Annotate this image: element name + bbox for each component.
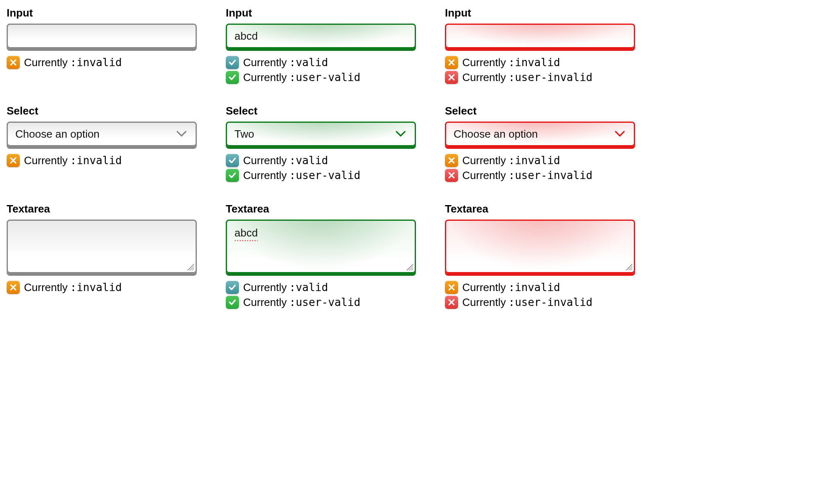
status-text: Currently :invalid	[24, 154, 122, 167]
x-icon	[445, 154, 458, 167]
check-icon	[226, 296, 239, 309]
status-text: Currently :invalid	[462, 281, 560, 294]
label-input: Input	[7, 7, 197, 19]
status-text: Currently :user-invalid	[462, 169, 593, 182]
select-field-valid[interactable]: Two	[226, 122, 416, 146]
cell-input-invalid: Input Currently :invalid Currently :user…	[445, 7, 635, 84]
status-invalid: Currently :invalid	[7, 56, 197, 69]
check-icon	[226, 281, 239, 294]
textarea-field-invalid[interactable]	[445, 220, 635, 273]
status-list: Currently :invalid	[7, 281, 197, 294]
status-list: Currently :valid Currently :user-valid	[226, 56, 416, 84]
x-icon	[445, 281, 458, 294]
validation-states-grid: Input Currently :invalid Input abcd	[7, 7, 635, 309]
x-icon	[445, 169, 458, 182]
label-textarea: Textarea	[445, 203, 635, 215]
label-textarea: Textarea	[226, 203, 416, 215]
resize-handle-icon[interactable]	[406, 264, 413, 270]
status-text: Currently :invalid	[24, 56, 122, 69]
cell-input-neutral: Input Currently :invalid	[7, 7, 197, 84]
status-text: Currently :user-valid	[243, 296, 361, 309]
input-field-valid[interactable]: abcd	[226, 24, 416, 48]
resize-handle-icon[interactable]	[626, 264, 632, 270]
cell-input-valid: Input abcd Currently :valid Currently :u…	[226, 7, 416, 84]
label-select: Select	[445, 105, 635, 117]
status-text: Currently :invalid	[462, 154, 560, 167]
status-list: Currently :valid Currently :user-valid	[226, 281, 416, 309]
textarea-field-valid[interactable]: abcd	[226, 220, 416, 273]
status-text: Currently :valid	[243, 281, 328, 294]
status-list: Currently :invalid Currently :user-inval…	[445, 281, 635, 309]
select-value: Two	[234, 128, 254, 141]
select-field-neutral[interactable]: Choose an option	[7, 122, 197, 146]
textarea-field-neutral[interactable]	[7, 220, 197, 273]
textarea-value: abcd	[234, 227, 258, 239]
cell-select-valid: Select Two Currently :valid Cu	[226, 105, 416, 182]
status-list: Currently :valid Currently :user-valid	[226, 154, 416, 182]
status-user-invalid: Currently :user-invalid	[445, 169, 635, 182]
x-icon	[445, 71, 458, 84]
input-value: abcd	[234, 30, 258, 43]
check-icon	[226, 71, 239, 84]
status-user-invalid: Currently :user-invalid	[445, 296, 635, 309]
resize-handle-icon[interactable]	[187, 264, 194, 270]
x-icon	[445, 56, 458, 69]
status-invalid: Currently :invalid	[7, 154, 197, 167]
status-user-valid: Currently :user-valid	[226, 296, 416, 309]
label-textarea: Textarea	[7, 203, 197, 215]
chevron-down-icon	[175, 130, 188, 138]
cell-textarea-valid: Textarea abcd Currently :valid Currently…	[226, 203, 416, 309]
input-field-neutral[interactable]	[7, 24, 197, 48]
status-text: Currently :invalid	[462, 56, 560, 69]
status-text: Currently :user-valid	[243, 169, 361, 182]
chevron-down-icon	[613, 130, 626, 138]
status-text: Currently :user-invalid	[462, 71, 593, 84]
status-invalid: Currently :invalid	[7, 281, 197, 294]
status-text: Currently :valid	[243, 154, 328, 167]
select-value: Choose an option	[15, 128, 100, 141]
x-icon	[7, 281, 20, 294]
status-text: Currently :valid	[243, 56, 328, 69]
label-select: Select	[7, 105, 197, 117]
status-valid: Currently :valid	[226, 281, 416, 294]
x-icon	[445, 296, 458, 309]
label-input: Input	[226, 7, 416, 19]
status-user-valid: Currently :user-valid	[226, 71, 416, 84]
status-text: Currently :user-valid	[243, 71, 361, 84]
status-user-valid: Currently :user-valid	[226, 169, 416, 182]
status-list: Currently :invalid	[7, 154, 197, 167]
status-text: Currently :user-invalid	[462, 296, 593, 309]
x-icon	[7, 56, 20, 69]
status-text: Currently :invalid	[24, 281, 122, 294]
label-select: Select	[226, 105, 416, 117]
status-list: Currently :invalid Currently :user-inval…	[445, 56, 635, 84]
check-icon	[226, 169, 239, 182]
select-field-invalid[interactable]: Choose an option	[445, 122, 635, 146]
cell-select-neutral: Select Choose an option Currently :inval…	[7, 105, 197, 182]
status-invalid: Currently :invalid	[445, 154, 635, 167]
status-user-invalid: Currently :user-invalid	[445, 71, 635, 84]
label-input: Input	[445, 7, 635, 19]
status-invalid: Currently :invalid	[445, 56, 635, 69]
chevron-down-icon	[394, 130, 407, 138]
check-icon	[226, 56, 239, 69]
cell-select-invalid: Select Choose an option Currently :inval…	[445, 105, 635, 182]
x-icon	[7, 154, 20, 167]
cell-textarea-invalid: Textarea Currently :invalid Currently :u…	[445, 203, 635, 309]
input-field-invalid[interactable]	[445, 24, 635, 48]
cell-textarea-neutral: Textarea Currently :invalid	[7, 203, 197, 309]
status-list: Currently :invalid Currently :user-inval…	[445, 154, 635, 182]
status-list: Currently :invalid	[7, 56, 197, 69]
status-valid: Currently :valid	[226, 56, 416, 69]
select-value: Choose an option	[454, 128, 538, 141]
check-icon	[226, 154, 239, 167]
status-valid: Currently :valid	[226, 154, 416, 167]
status-invalid: Currently :invalid	[445, 281, 635, 294]
